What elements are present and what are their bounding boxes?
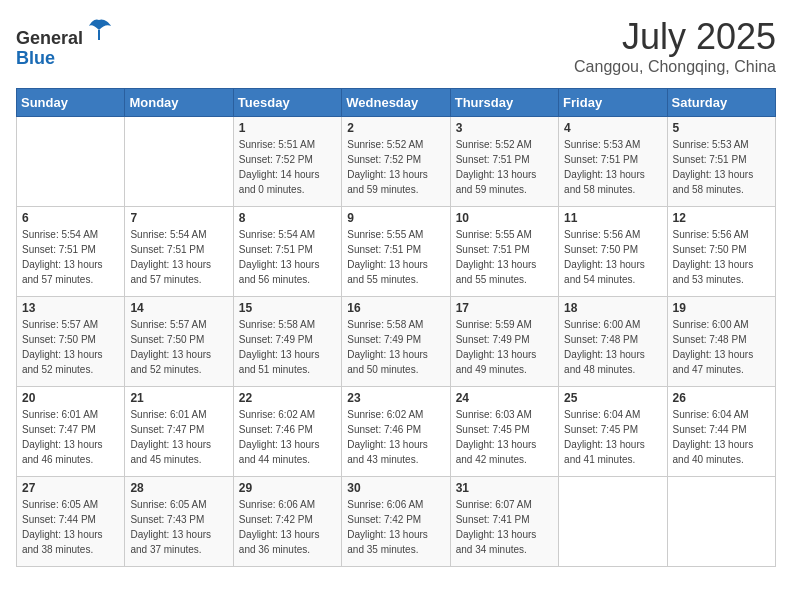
sunset: Sunset: 7:51 PM <box>564 154 638 165</box>
sunrise: Sunrise: 6:06 AM <box>239 499 315 510</box>
daylight: Daylight: 14 hours and 0 minutes. <box>239 169 320 195</box>
daylight: Daylight: 13 hours and 35 minutes. <box>347 529 428 555</box>
calendar-cell: 10 Sunrise: 5:55 AM Sunset: 7:51 PM Dayl… <box>450 207 558 297</box>
sunrise: Sunrise: 6:04 AM <box>564 409 640 420</box>
day-number: 22 <box>239 391 336 405</box>
calendar-cell <box>667 477 775 567</box>
day-info: Sunrise: 6:05 AM Sunset: 7:44 PM Dayligh… <box>22 497 119 557</box>
calendar-cell: 7 Sunrise: 5:54 AM Sunset: 7:51 PM Dayli… <box>125 207 233 297</box>
calendar-week-row: 6 Sunrise: 5:54 AM Sunset: 7:51 PM Dayli… <box>17 207 776 297</box>
day-info: Sunrise: 5:52 AM Sunset: 7:51 PM Dayligh… <box>456 137 553 197</box>
sunrise: Sunrise: 5:58 AM <box>347 319 423 330</box>
sunset: Sunset: 7:51 PM <box>22 244 96 255</box>
sunset: Sunset: 7:51 PM <box>456 154 530 165</box>
sunrise: Sunrise: 5:57 AM <box>22 319 98 330</box>
sunrise: Sunrise: 6:02 AM <box>347 409 423 420</box>
daylight: Daylight: 13 hours and 42 minutes. <box>456 439 537 465</box>
daylight: Daylight: 13 hours and 59 minutes. <box>456 169 537 195</box>
day-info: Sunrise: 5:57 AM Sunset: 7:50 PM Dayligh… <box>130 317 227 377</box>
day-info: Sunrise: 6:01 AM Sunset: 7:47 PM Dayligh… <box>130 407 227 467</box>
calendar-body: 1 Sunrise: 5:51 AM Sunset: 7:52 PM Dayli… <box>17 117 776 567</box>
calendar-cell: 25 Sunrise: 6:04 AM Sunset: 7:45 PM Dayl… <box>559 387 667 477</box>
calendar-cell: 3 Sunrise: 5:52 AM Sunset: 7:51 PM Dayli… <box>450 117 558 207</box>
day-info: Sunrise: 6:02 AM Sunset: 7:46 PM Dayligh… <box>239 407 336 467</box>
calendar-week-row: 1 Sunrise: 5:51 AM Sunset: 7:52 PM Dayli… <box>17 117 776 207</box>
day-info: Sunrise: 6:01 AM Sunset: 7:47 PM Dayligh… <box>22 407 119 467</box>
calendar-cell: 4 Sunrise: 5:53 AM Sunset: 7:51 PM Dayli… <box>559 117 667 207</box>
daylight: Daylight: 13 hours and 51 minutes. <box>239 349 320 375</box>
sunset: Sunset: 7:46 PM <box>347 424 421 435</box>
day-info: Sunrise: 5:55 AM Sunset: 7:51 PM Dayligh… <box>456 227 553 287</box>
sunrise: Sunrise: 6:02 AM <box>239 409 315 420</box>
calendar-cell: 21 Sunrise: 6:01 AM Sunset: 7:47 PM Dayl… <box>125 387 233 477</box>
calendar-cell <box>125 117 233 207</box>
daylight: Daylight: 13 hours and 59 minutes. <box>347 169 428 195</box>
sunset: Sunset: 7:47 PM <box>22 424 96 435</box>
day-number: 14 <box>130 301 227 315</box>
daylight: Daylight: 13 hours and 56 minutes. <box>239 259 320 285</box>
day-info: Sunrise: 5:51 AM Sunset: 7:52 PM Dayligh… <box>239 137 336 197</box>
calendar-cell: 13 Sunrise: 5:57 AM Sunset: 7:50 PM Dayl… <box>17 297 125 387</box>
location-title: Canggou, Chongqing, China <box>574 58 776 76</box>
daylight: Daylight: 13 hours and 36 minutes. <box>239 529 320 555</box>
logo-bird-icon <box>85 16 113 44</box>
sunset: Sunset: 7:45 PM <box>456 424 530 435</box>
weekday-header: Wednesday <box>342 89 450 117</box>
daylight: Daylight: 13 hours and 52 minutes. <box>130 349 211 375</box>
daylight: Daylight: 13 hours and 55 minutes. <box>456 259 537 285</box>
calendar-week-row: 27 Sunrise: 6:05 AM Sunset: 7:44 PM Dayl… <box>17 477 776 567</box>
weekday-header: Friday <box>559 89 667 117</box>
calendar-cell: 5 Sunrise: 5:53 AM Sunset: 7:51 PM Dayli… <box>667 117 775 207</box>
sunset: Sunset: 7:50 PM <box>673 244 747 255</box>
calendar-header-row: SundayMondayTuesdayWednesdayThursdayFrid… <box>17 89 776 117</box>
day-info: Sunrise: 5:52 AM Sunset: 7:52 PM Dayligh… <box>347 137 444 197</box>
calendar-cell: 19 Sunrise: 6:00 AM Sunset: 7:48 PM Dayl… <box>667 297 775 387</box>
calendar-cell: 30 Sunrise: 6:06 AM Sunset: 7:42 PM Dayl… <box>342 477 450 567</box>
calendar-cell: 17 Sunrise: 5:59 AM Sunset: 7:49 PM Dayl… <box>450 297 558 387</box>
calendar-cell: 12 Sunrise: 5:56 AM Sunset: 7:50 PM Dayl… <box>667 207 775 297</box>
sunrise: Sunrise: 5:55 AM <box>456 229 532 240</box>
sunset: Sunset: 7:52 PM <box>347 154 421 165</box>
daylight: Daylight: 13 hours and 58 minutes. <box>564 169 645 195</box>
day-info: Sunrise: 5:54 AM Sunset: 7:51 PM Dayligh… <box>239 227 336 287</box>
day-info: Sunrise: 6:06 AM Sunset: 7:42 PM Dayligh… <box>239 497 336 557</box>
day-info: Sunrise: 5:56 AM Sunset: 7:50 PM Dayligh… <box>564 227 661 287</box>
calendar-cell: 6 Sunrise: 5:54 AM Sunset: 7:51 PM Dayli… <box>17 207 125 297</box>
sunset: Sunset: 7:44 PM <box>673 424 747 435</box>
sunset: Sunset: 7:46 PM <box>239 424 313 435</box>
daylight: Daylight: 13 hours and 49 minutes. <box>456 349 537 375</box>
sunset: Sunset: 7:42 PM <box>239 514 313 525</box>
day-number: 2 <box>347 121 444 135</box>
sunset: Sunset: 7:50 PM <box>130 334 204 345</box>
sunset: Sunset: 7:45 PM <box>564 424 638 435</box>
day-info: Sunrise: 6:06 AM Sunset: 7:42 PM Dayligh… <box>347 497 444 557</box>
day-info: Sunrise: 6:04 AM Sunset: 7:44 PM Dayligh… <box>673 407 770 467</box>
month-title: July 2025 <box>574 16 776 58</box>
sunrise: Sunrise: 6:05 AM <box>130 499 206 510</box>
daylight: Daylight: 13 hours and 48 minutes. <box>564 349 645 375</box>
day-number: 24 <box>456 391 553 405</box>
daylight: Daylight: 13 hours and 50 minutes. <box>347 349 428 375</box>
day-info: Sunrise: 5:56 AM Sunset: 7:50 PM Dayligh… <box>673 227 770 287</box>
calendar-cell <box>17 117 125 207</box>
title-block: July 2025 Canggou, Chongqing, China <box>574 16 776 76</box>
day-number: 15 <box>239 301 336 315</box>
sunset: Sunset: 7:48 PM <box>564 334 638 345</box>
daylight: Daylight: 13 hours and 47 minutes. <box>673 349 754 375</box>
sunset: Sunset: 7:51 PM <box>456 244 530 255</box>
sunset: Sunset: 7:42 PM <box>347 514 421 525</box>
sunset: Sunset: 7:50 PM <box>564 244 638 255</box>
daylight: Daylight: 13 hours and 44 minutes. <box>239 439 320 465</box>
day-number: 18 <box>564 301 661 315</box>
sunrise: Sunrise: 5:56 AM <box>564 229 640 240</box>
daylight: Daylight: 13 hours and 46 minutes. <box>22 439 103 465</box>
sunset: Sunset: 7:51 PM <box>673 154 747 165</box>
daylight: Daylight: 13 hours and 38 minutes. <box>22 529 103 555</box>
sunrise: Sunrise: 5:51 AM <box>239 139 315 150</box>
day-number: 31 <box>456 481 553 495</box>
day-number: 19 <box>673 301 770 315</box>
calendar-cell: 2 Sunrise: 5:52 AM Sunset: 7:52 PM Dayli… <box>342 117 450 207</box>
weekday-header: Tuesday <box>233 89 341 117</box>
weekday-header: Sunday <box>17 89 125 117</box>
day-info: Sunrise: 6:03 AM Sunset: 7:45 PM Dayligh… <box>456 407 553 467</box>
